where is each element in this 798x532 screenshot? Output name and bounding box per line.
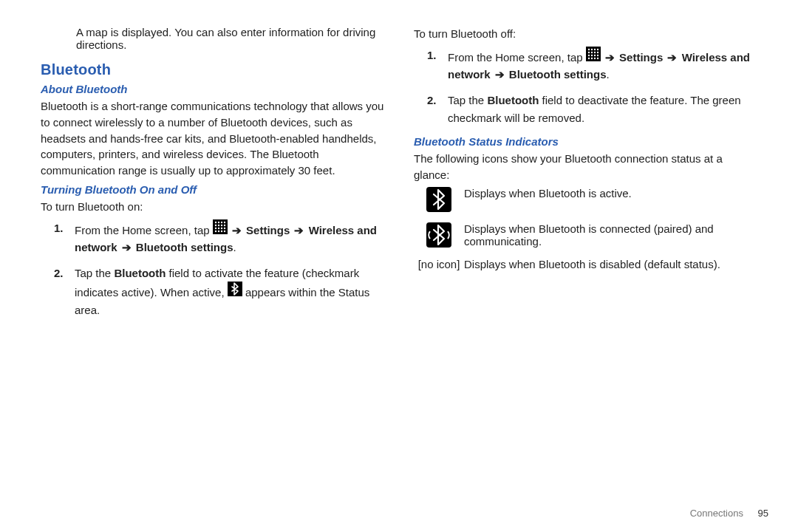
- svg-point-21: [594, 49, 596, 50]
- svg-point-14: [218, 230, 219, 231]
- svg-point-12: [224, 227, 225, 228]
- svg-point-33: [594, 58, 596, 59]
- off-lead: To turn Bluetooth off:: [414, 26, 757, 42]
- status-intro: The following icons show your Bluetooth …: [414, 151, 757, 183]
- svg-point-5: [215, 224, 216, 225]
- arrow-5: ➔: [666, 51, 678, 64]
- bluetooth-icon: [228, 282, 242, 296]
- settings-label: Settings: [246, 224, 290, 236]
- svg-point-15: [221, 230, 222, 231]
- svg-point-13: [215, 230, 216, 231]
- off-step-1-a: From the Home screen, tap: [448, 51, 586, 64]
- status-table: Displays when Bluetooth is active. Displ…: [414, 187, 757, 270]
- status-row2-icon: [414, 222, 464, 248]
- status-row3-text: Displays when Bluetooth is disabled (def…: [464, 258, 757, 270]
- on-step-1-a: From the Home screen, tap: [75, 224, 213, 236]
- page-footer: Connections 95: [690, 508, 768, 519]
- svg-point-23: [588, 52, 590, 53]
- footer-section: Connections: [690, 508, 743, 519]
- off-step-2-a: Tap the: [448, 94, 487, 106]
- svg-point-26: [597, 52, 598, 53]
- svg-point-19: [588, 49, 590, 50]
- apps-grid-icon: [213, 219, 228, 234]
- svg-point-1: [215, 221, 216, 222]
- bluetooth-word-2: Bluetooth: [487, 94, 539, 106]
- on-lead: To turn Bluetooth on:: [41, 199, 384, 215]
- heading-bluetooth: Bluetooth: [41, 61, 384, 78]
- svg-point-31: [588, 58, 590, 59]
- footer-page: 95: [758, 508, 768, 519]
- svg-point-16: [224, 230, 225, 231]
- svg-point-30: [597, 55, 598, 56]
- svg-point-28: [591, 55, 593, 56]
- svg-point-3: [221, 221, 222, 222]
- arrow-1: ➔: [231, 224, 243, 236]
- status-row2-text: Displays when Bluetooth is connected (pa…: [464, 222, 757, 248]
- bluetooth-active-icon: [426, 187, 451, 212]
- on-step-2-a: Tap the: [75, 267, 114, 279]
- status-row3-label: [no icon]: [414, 258, 464, 270]
- subhead-about: About Bluetooth: [41, 83, 384, 95]
- arrow-6: ➔: [494, 68, 506, 81]
- svg-point-20: [591, 49, 593, 50]
- bluetooth-connected-icon: [426, 222, 451, 248]
- status-row1-text: Displays when Bluetooth is active.: [464, 187, 757, 200]
- svg-point-34: [597, 58, 598, 59]
- bluetooth-word-1: Bluetooth: [114, 267, 166, 279]
- subhead-toggle: Turning Bluetooth On and Off: [41, 183, 384, 196]
- on-step-2: Tap the Bluetooth field to activate the …: [75, 265, 384, 318]
- svg-point-32: [591, 58, 593, 59]
- svg-point-25: [594, 52, 596, 53]
- arrow-3: ➔: [120, 241, 133, 253]
- settings-label-2: Settings: [619, 51, 663, 64]
- off-step-2: Tap the Bluetooth field to deactivate th…: [448, 92, 757, 126]
- arrow-2: ➔: [293, 224, 305, 236]
- off-step-1: From the Home screen, tap ➔ Settings ➔ W…: [448, 47, 757, 83]
- btsettings-label-2: Bluetooth settings: [509, 68, 607, 81]
- status-row1-icon: [414, 187, 464, 212]
- svg-point-6: [218, 224, 219, 225]
- svg-point-7: [221, 224, 222, 225]
- subhead-status: Bluetooth Status Indicators: [414, 135, 757, 148]
- svg-point-11: [221, 227, 222, 228]
- svg-point-29: [594, 55, 596, 56]
- arrow-4: ➔: [604, 51, 616, 64]
- svg-point-24: [591, 52, 593, 53]
- svg-rect-0: [213, 219, 228, 234]
- svg-point-9: [215, 227, 216, 228]
- apps-grid-icon: [586, 47, 601, 61]
- svg-point-27: [588, 55, 590, 56]
- svg-point-8: [224, 224, 225, 225]
- svg-point-4: [224, 221, 225, 222]
- period-2: .: [607, 68, 610, 81]
- about-body: Bluetooth is a short-range communication…: [41, 98, 384, 179]
- svg-rect-18: [586, 47, 601, 61]
- period-1: .: [233, 241, 236, 253]
- intro-text: A map is displayed. You can also enter i…: [76, 26, 384, 51]
- on-step-1: From the Home screen, tap ➔ Settings ➔ W…: [75, 219, 384, 256]
- svg-point-22: [597, 49, 598, 50]
- svg-point-2: [218, 221, 219, 222]
- svg-point-10: [218, 227, 219, 228]
- btsettings-label: Bluetooth settings: [136, 241, 233, 253]
